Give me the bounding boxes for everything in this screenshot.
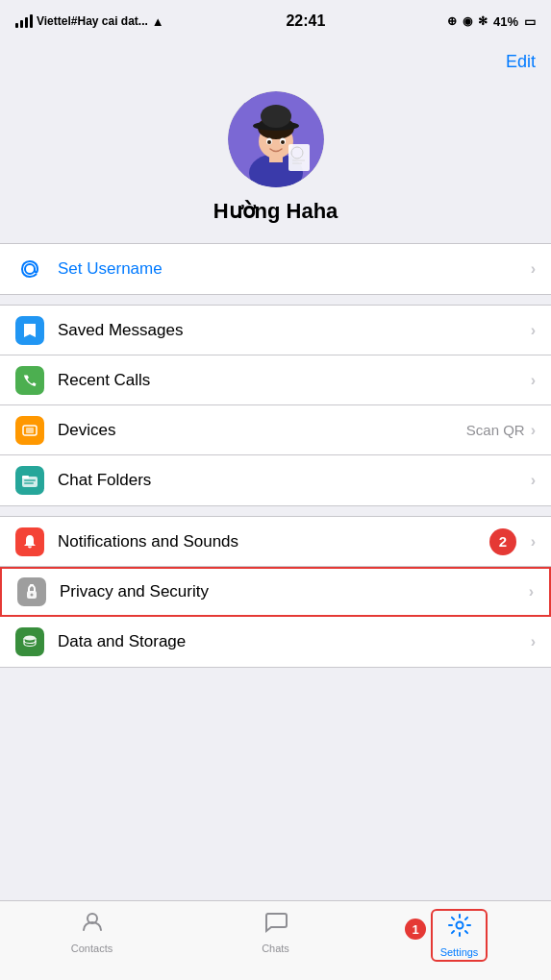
notifications-label: Notifications and Sounds — [58, 532, 531, 551]
svg-rect-21 — [24, 482, 34, 484]
username-icon — [15, 255, 44, 283]
contacts-tab-icon — [80, 909, 105, 940]
status-right: ⊕ ◉ ✻ 41% ▭ — [447, 14, 536, 29]
chats-tab-icon — [263, 909, 288, 940]
chats-tab-label: Chats — [262, 943, 289, 954]
svg-point-6 — [261, 105, 291, 128]
username-section: Set Username › — [0, 243, 551, 295]
bluetooth-icon: ✻ — [478, 14, 488, 28]
chat-folders-icon — [15, 466, 44, 495]
svg-point-15 — [25, 264, 35, 274]
contacts-tab-label: Contacts — [71, 943, 113, 954]
tab-settings[interactable]: Settings — [367, 909, 551, 962]
avatar — [228, 91, 324, 187]
devices-chevron: › — [531, 422, 536, 439]
signal-bars — [15, 14, 33, 28]
tab-badge-1: 1 — [405, 919, 426, 940]
chat-folders-chevron: › — [531, 472, 536, 489]
data-storage-chevron: › — [531, 633, 536, 650]
tab-chats[interactable]: Chats — [184, 909, 367, 954]
tab-bar: Contacts Chats Settings — [0, 900, 551, 980]
svg-point-10 — [281, 140, 285, 144]
notifications-icon — [15, 527, 44, 556]
username-chevron: › — [531, 260, 536, 278]
data-storage-label: Data and Storage — [58, 632, 531, 651]
privacy-icon — [17, 577, 46, 606]
devices-label: Devices — [58, 421, 466, 440]
carrier-text: Viettel#Hay cai dat... — [37, 14, 148, 28]
set-username-label: Set Username — [58, 259, 531, 279]
svg-point-24 — [24, 636, 36, 641]
status-left: Viettel#Hay cai dat... ▲ — [15, 14, 164, 29]
profile-name: Hường Haha — [213, 199, 338, 224]
avatar-image — [228, 91, 324, 187]
battery-text: 41% — [493, 14, 518, 29]
svg-rect-11 — [288, 144, 310, 171]
set-username-item[interactable]: Set Username › — [0, 244, 551, 294]
recent-calls-item[interactable]: Recent Calls › — [0, 355, 551, 405]
data-storage-icon — [15, 627, 44, 656]
svg-rect-17 — [26, 428, 34, 433]
recent-calls-chevron: › — [531, 372, 536, 389]
edit-button[interactable]: Edit — [506, 52, 536, 72]
privacy-security-item[interactable]: Privacy and Security › — [0, 567, 551, 617]
privacy-chevron: › — [529, 583, 534, 600]
recent-calls-label: Recent Calls — [58, 371, 531, 390]
headset-icon: ◉ — [463, 14, 472, 28]
saved-messages-icon — [15, 316, 44, 345]
main-menu-section: Saved Messages › Recent Calls › Devices … — [0, 305, 551, 506]
wifi-icon: ▲ — [152, 14, 164, 29]
notifications-chevron: › — [531, 533, 536, 551]
notifications-badge: 2 — [489, 528, 516, 555]
svg-rect-19 — [22, 476, 29, 478]
saved-messages-chevron: › — [531, 322, 536, 339]
clock-icon: ⊕ — [447, 14, 457, 28]
devices-detail: Scan QR — [466, 422, 525, 438]
page-header: Edit — [0, 42, 551, 82]
devices-item[interactable]: Devices Scan QR › — [0, 405, 551, 455]
data-storage-item[interactable]: Data and Storage › — [0, 617, 551, 667]
svg-rect-20 — [24, 479, 36, 481]
settings-tab-icon — [447, 913, 472, 943]
tab-contacts[interactable]: Contacts — [0, 909, 184, 954]
saved-messages-item[interactable]: Saved Messages › — [0, 306, 551, 355]
svg-point-23 — [31, 594, 34, 597]
time-display: 22:41 — [286, 12, 325, 30]
chat-folders-label: Chat Folders — [58, 471, 531, 490]
settings-section: Notifications and Sounds 2 › Privacy and… — [0, 516, 551, 668]
svg-point-26 — [456, 922, 463, 929]
battery-icon: ▭ — [524, 14, 536, 29]
saved-messages-label: Saved Messages — [58, 321, 531, 340]
status-bar: Viettel#Hay cai dat... ▲ 22:41 ⊕ ◉ ✻ 41%… — [0, 0, 551, 42]
devices-icon — [15, 416, 44, 445]
settings-tab-box: Settings — [431, 909, 488, 962]
chat-folders-item[interactable]: Chat Folders › — [0, 455, 551, 505]
notifications-item[interactable]: Notifications and Sounds 2 › — [0, 517, 551, 567]
recent-calls-icon — [15, 366, 44, 395]
privacy-label: Privacy and Security — [60, 582, 529, 601]
settings-tab-label: Settings — [440, 946, 479, 958]
profile-section: Hường Haha — [0, 82, 551, 243]
svg-point-9 — [267, 140, 271, 144]
